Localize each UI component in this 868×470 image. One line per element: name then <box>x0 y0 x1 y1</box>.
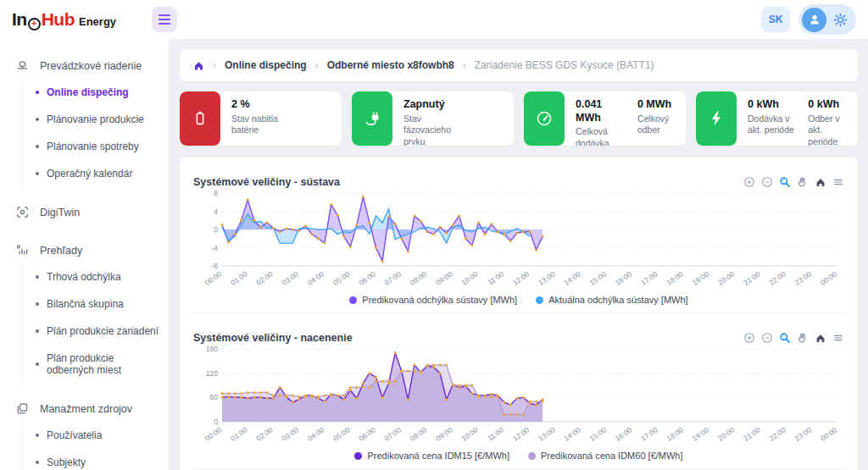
box-zoom-icon[interactable] <box>779 176 791 188</box>
line-chart-nacenenie[interactable]: 18012060000:0001:0002:0003:0004:0005:000… <box>193 344 844 449</box>
sidebar-item-trhova-odchylka[interactable]: Trhová odchýlka <box>23 263 169 290</box>
home-icon[interactable] <box>815 332 826 344</box>
breadcrumb-link[interactable]: Online dispečing <box>225 59 307 71</box>
menu-icon[interactable] <box>832 332 844 344</box>
svg-text:04:00: 04:00 <box>306 425 326 443</box>
hamburger-icon <box>159 14 170 16</box>
kpi-label: Stav fázovacieho prvku <box>403 113 466 146</box>
svg-text:20:00: 20:00 <box>716 425 736 443</box>
svg-text:00:00: 00:00 <box>203 269 223 287</box>
user-menu <box>798 4 856 35</box>
chart-section-sustava: Systémové veličiny - sústava 840-4-800:0… <box>193 158 844 313</box>
svg-text:120: 120 <box>206 369 218 378</box>
zoom-in-icon[interactable] <box>743 332 755 344</box>
sidebar-group-prehlady[interactable]: Prehľady <box>0 237 169 263</box>
legend-item[interactable]: Predikovaná odchýlka sústavy [MWh] <box>349 295 517 305</box>
kpi-value: 2 % <box>231 98 294 112</box>
svg-text:17:00: 17:00 <box>639 269 659 287</box>
svg-text:19:00: 19:00 <box>691 269 710 287</box>
settings-gear-icon[interactable] <box>833 13 848 27</box>
battery-icon <box>192 109 209 128</box>
kpi-label: Celková dodávka <box>576 126 626 146</box>
svg-text:03:00: 03:00 <box>281 425 300 443</box>
kpi-label: Celkový odber <box>637 113 679 136</box>
svg-text:17:00: 17:00 <box>639 425 659 443</box>
app-logo[interactable]: In+Hub Energy <box>12 9 116 30</box>
charts-panel: Systémové veličiny - sústava 840-4-800:0… <box>180 158 858 470</box>
sidebar-item-planovanie-spotreby[interactable]: Plánovanie spotreby <box>23 133 169 160</box>
sidebar-item-bilancna-skupina[interactable]: Bilančná skupina <box>23 290 169 318</box>
zoom-in-icon[interactable] <box>743 176 755 188</box>
gauge-icon <box>535 109 554 128</box>
chart-title: Systémové veličiny - nacenenie <box>193 332 353 344</box>
network-icon <box>15 58 30 73</box>
svg-text:-8: -8 <box>211 262 218 270</box>
box-zoom-icon[interactable] <box>779 332 791 344</box>
svg-text:05:00: 05:00 <box>331 425 351 443</box>
pan-hand-icon[interactable] <box>797 176 809 188</box>
svg-text:22:00: 22:00 <box>767 425 787 443</box>
kpi-card-totals: 0.041 MWh Celková dodávka 0 MWh Celkový … <box>524 91 686 146</box>
kpi-cards-row: 2 % Stav nabitia batérie Zapnutý <box>180 91 858 146</box>
legend-item[interactable]: Aktuálna odchýlka sústavy [MWh] <box>536 295 687 305</box>
chart-section-nacenenie: Systémové veličiny - nacenenie 180120600… <box>193 313 844 469</box>
sidebar: Prevádzkové riadenie Online dispečing Pl… <box>0 39 170 470</box>
chart-toolbar <box>743 332 844 344</box>
sidebar-item-plan-produkcie-zariadeni[interactable]: Plán produkcie zariadení <box>23 318 169 345</box>
chart-icon <box>15 243 30 257</box>
svg-text:04:00: 04:00 <box>306 269 326 287</box>
svg-text:22:00: 22:00 <box>767 269 787 287</box>
chart-toolbar <box>743 176 844 188</box>
sidebar-item-online-dispecing[interactable]: Online dispečing <box>23 79 169 106</box>
svg-text:21:00: 21:00 <box>742 425 761 443</box>
svg-text:09:00: 09:00 <box>434 269 453 287</box>
svg-text:18:00: 18:00 <box>665 425 684 443</box>
home-icon[interactable] <box>193 60 204 71</box>
svg-text:21:00: 21:00 <box>742 269 761 287</box>
svg-text:13:00: 13:00 <box>537 269 556 287</box>
person-icon <box>808 13 821 26</box>
sidebar-group-manazment-zdrojov[interactable]: Manažment zdrojov <box>0 395 169 422</box>
svg-text:-4: -4 <box>211 244 218 252</box>
sidebar-item-plan-produkcie-odbernych-miest[interactable]: Plán produkcie odberných miest <box>23 345 169 384</box>
zoom-out-icon[interactable] <box>761 176 773 188</box>
svg-text:0: 0 <box>214 225 218 234</box>
kpi-label: Dodávka v akt. perióde <box>748 113 796 136</box>
sidebar-item-pouzivatelia[interactable]: Používatelia <box>23 422 169 449</box>
kpi-value: 0.041 MWh <box>576 98 626 124</box>
breadcrumb-link[interactable]: Odberné miesto x8fowbh8 <box>327 59 454 71</box>
kpi-value: Zapnutý <box>403 98 466 112</box>
svg-text:05:00: 05:00 <box>331 269 351 287</box>
sidebar-toggle-button[interactable] <box>152 7 177 32</box>
svg-text:08:00: 08:00 <box>409 425 428 443</box>
svg-text:12:00: 12:00 <box>511 269 531 287</box>
home-icon[interactable] <box>815 176 826 188</box>
legend-item[interactable]: Predikovaná cena IDM60 [€/MWh] <box>528 451 683 461</box>
chart-legend: Predikovaná cena IDM15 [€/MWh] Predikova… <box>193 449 844 468</box>
svg-text:14:00: 14:00 <box>562 269 581 287</box>
kpi-card-battery: 2 % Stav nabitia batérie <box>180 91 342 146</box>
svg-text:4: 4 <box>214 207 218 216</box>
user-avatar[interactable] <box>802 8 826 32</box>
line-chart-sustava[interactable]: 840-4-800:0001:0002:0003:0004:0005:0006:… <box>193 188 844 293</box>
kpi-value: 0 kWh <box>808 98 851 112</box>
sidebar-item-planovanie-produkcie[interactable]: Plánovanie produkcie <box>23 106 169 133</box>
svg-text:07:00: 07:00 <box>383 269 403 287</box>
menu-icon[interactable] <box>832 176 844 188</box>
pan-hand-icon[interactable] <box>797 332 809 344</box>
breadcrumb: › Online dispečing › Odberné miesto x8fo… <box>180 49 858 81</box>
legend-item[interactable]: Predikovaná cena IDM15 [€/MWh] <box>354 451 509 461</box>
svg-text:10:00: 10:00 <box>459 425 479 443</box>
sidebar-item-subjekty[interactable]: Subjekty <box>23 449 169 470</box>
svg-text:02:00: 02:00 <box>254 425 274 443</box>
zoom-out-icon[interactable] <box>761 332 773 344</box>
kpi-value: 0 MWh <box>637 98 679 112</box>
digitwin-icon <box>15 205 30 219</box>
sidebar-group-digitwin[interactable]: DigiTwin <box>0 199 169 225</box>
language-switcher[interactable]: SK <box>761 7 790 32</box>
kpi-label: Odber v akt. perióde <box>808 113 851 146</box>
sidebar-item-operacny-kalendar[interactable]: Operačný kalendár <box>23 160 169 187</box>
svg-text:09:00: 09:00 <box>434 425 453 443</box>
sidebar-group-prevadzkove-riadenie[interactable]: Prevádzkové riadenie <box>0 53 169 79</box>
svg-text:60: 60 <box>210 393 219 401</box>
